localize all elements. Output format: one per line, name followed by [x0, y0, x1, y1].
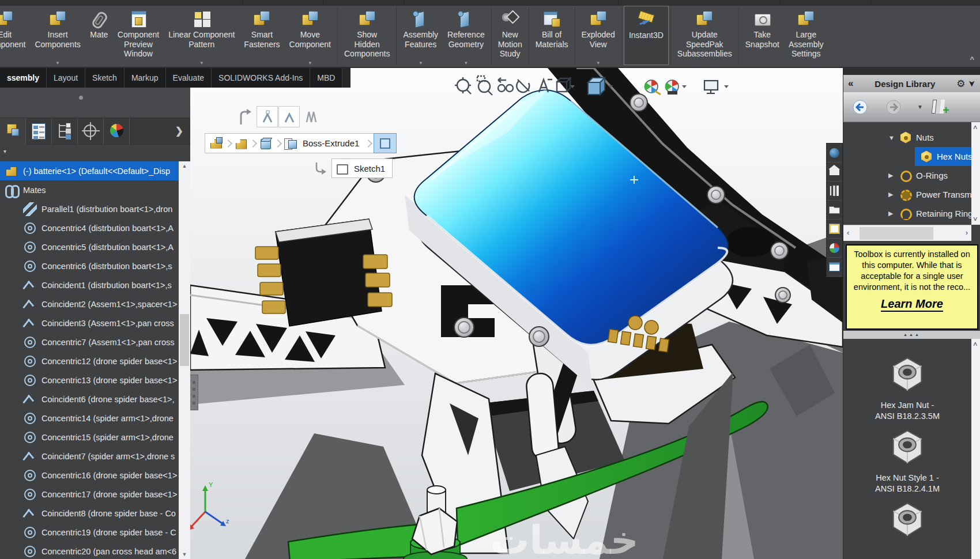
solidworks-resources-icon[interactable] — [827, 143, 842, 163]
ribbon-button[interactable]: Smart Fasteners — [239, 6, 284, 65]
scroll-down-icon[interactable]: ▼ — [179, 552, 190, 557]
ribbon-button[interactable] — [621, 7, 622, 65]
scroll-up-icon[interactable]: ▲ — [179, 163, 190, 169]
dimxpertmanager-tab-icon[interactable] — [78, 118, 104, 145]
scrollbar-thumb[interactable] — [180, 314, 189, 366]
ribbon-collapse-chevron-icon[interactable]: ^ — [970, 55, 974, 63]
command-tab[interactable]: Layout — [47, 68, 85, 88]
ribbon-button[interactable]: Edit Component — [0, 6, 30, 65]
back-button[interactable] — [853, 100, 868, 115]
learn-more-link[interactable]: Learn More — [881, 297, 943, 312]
mate-button-1[interactable] — [257, 106, 278, 127]
breadcrumb-assembly[interactable] — [209, 134, 224, 153]
breadcrumb-sketch-selected[interactable] — [374, 133, 397, 153]
scroll-right-icon[interactable]: › — [966, 228, 968, 237]
ribbon-button[interactable]: Bill of Materials — [531, 6, 573, 65]
view-palette-icon[interactable] — [827, 220, 842, 239]
file-explorer-icon[interactable] — [827, 201, 842, 220]
ribbon-button[interactable]: Show Hidden Components — [340, 6, 394, 65]
scroll-down-icon[interactable]: ˅ — [973, 215, 978, 224]
feature-tree-row[interactable]: Coincident8 (drone spider base - Co — [0, 504, 179, 523]
ribbon-button[interactable]: Linear Component Pattern ▾ — [164, 6, 239, 65]
feature-tree-row[interactable]: Mates — [0, 180, 179, 199]
ribbon-button[interactable]: New Motion Study — [493, 6, 527, 65]
library-tree-scrollbar[interactable]: ˄ ˅ — [971, 122, 980, 225]
ribbon-button[interactable]: Move Component ▾ — [285, 6, 336, 65]
configurationmanager-tab-icon[interactable] — [52, 118, 78, 145]
feature-tree-row[interactable]: Parallel1 (distrbution boart<1>,dron — [0, 199, 179, 218]
library-tree-row[interactable]: ▶ Retaining Ring — [843, 204, 971, 223]
tree-caret-icon[interactable]: ▼ — [888, 134, 898, 141]
panel-splitter-tab[interactable] — [190, 375, 198, 410]
library-item[interactable]: Hex Jam Nut - ANSI B18.2.3.5M — [843, 356, 971, 422]
ribbon-button[interactable]: Instant3D — [624, 6, 669, 65]
ribbon-button[interactable] — [529, 7, 529, 65]
ribbon-button[interactable] — [491, 7, 492, 65]
library-item[interactable] — [843, 501, 971, 545]
graphics-viewport[interactable]: Y z — [190, 68, 843, 559]
command-tab[interactable]: MBD — [310, 68, 342, 88]
ribbon-button[interactable]: Update SpeedPak Subassemblies — [673, 6, 737, 65]
breadcrumb-body[interactable] — [258, 134, 273, 153]
feature-tree-row[interactable]: Concentric7 (Assem1<1>,pan cross — [0, 333, 179, 352]
displaymanager-tab-icon[interactable] — [104, 118, 130, 145]
feature-tree-row[interactable]: Concentric12 (drone spider base<1> — [0, 352, 179, 371]
command-tab[interactable]: Sketch — [85, 68, 125, 88]
heads-up-view-toolbar[interactable] — [444, 71, 755, 101]
feature-tree-row[interactable]: Coincident7 (spider arm<1>,drone s — [0, 447, 179, 466]
design-library-icon[interactable] — [827, 182, 842, 201]
ribbon-button[interactable]: Large Assembly Settings — [784, 6, 828, 65]
command-tab[interactable]: Evaluate — [166, 68, 212, 88]
expand-panel-arrow-icon[interactable]: ❯ — [175, 125, 183, 137]
ribbon-button[interactable]: Assembly Features ▾ — [398, 6, 443, 65]
home-icon[interactable] — [827, 163, 842, 182]
feature-tree-row[interactable]: Concentric17 (drone spider base<1> — [0, 485, 179, 504]
sketch-breadcrumb[interactable]: Sketch1 — [331, 158, 393, 178]
splitter-dot[interactable] — [79, 96, 83, 100]
ribbon-button[interactable] — [738, 7, 739, 65]
library-splitter[interactable]: ▲▲▲ — [843, 331, 980, 339]
feature-tree-row[interactable]: Concentric19 (drone spider base - C — [0, 523, 179, 542]
ribbon-button[interactable] — [337, 7, 338, 65]
library-tree-row[interactable]: ▶ Power Transm — [843, 185, 971, 204]
add-library-button[interactable] — [931, 99, 948, 115]
ribbon-button[interactable]: Exploded View ▾ — [577, 6, 620, 65]
history-caret-icon[interactable]: ▼ — [917, 104, 923, 110]
breadcrumb-part[interactable] — [233, 134, 248, 153]
feature-tree-row[interactable]: Concentric20 (pan cross head am<6 — [0, 542, 179, 559]
feature-tree-row[interactable]: (-) batterie<1> (Default<<Default>_Disp — [0, 161, 179, 180]
filter-caret-icon[interactable]: ▾ — [3, 148, 6, 154]
pin-icon[interactable]: ➤ — [967, 80, 978, 88]
breadcrumb-feature[interactable]: Boss-Extrude1 — [298, 134, 364, 153]
feature-tree-row[interactable]: Concentric6 (distrbution boart<1>,s — [0, 256, 179, 275]
feature-tree-row[interactable]: Concentric13 (drone spider base<1> — [0, 371, 179, 390]
feature-tree-scrollbar[interactable]: ▲ ▼ — [179, 161, 190, 559]
library-item[interactable]: Hex Nut Style 1 - ANSI B18.2.4.1M — [843, 429, 971, 494]
ribbon-button[interactable] — [575, 7, 575, 65]
appearances-scenes-icon[interactable] — [827, 239, 842, 258]
library-items-scrollbar[interactable]: ˄ — [971, 339, 980, 559]
pattern-button[interactable] — [300, 106, 322, 127]
ribbon-button[interactable]: Reference Geometry ▾ — [443, 6, 489, 65]
mate-button-2[interactable] — [278, 106, 300, 127]
ribbon-button[interactable]: Insert Components ▾ — [30, 6, 85, 65]
h-scrollbar-thumb[interactable] — [860, 227, 933, 240]
feature-tree-row[interactable]: Concentric14 (spider arm<1>,drone — [0, 409, 179, 428]
featuremanager-tab-icon[interactable] — [0, 118, 26, 145]
custom-properties-icon[interactable] — [827, 258, 842, 277]
ribbon-button[interactable]: Component Preview Window — [113, 6, 164, 65]
scroll-up-icon[interactable]: ˄ — [973, 340, 978, 349]
command-tab[interactable]: Markup — [125, 68, 166, 88]
forward-button[interactable] — [886, 100, 901, 115]
ribbon-button[interactable]: Take Snapshot — [741, 6, 784, 65]
tree-caret-icon[interactable]: ▶ — [888, 191, 898, 198]
feature-tree-row[interactable]: Concentric15 (spider arm<1>,drone — [0, 428, 179, 447]
library-tree-row[interactable]: Hex Nuts — [843, 147, 971, 166]
feature-tree-row[interactable]: Coincident6 (drone spider base<1>, — [0, 390, 179, 409]
propertymanager-tab-icon[interactable] — [26, 118, 52, 145]
gear-icon[interactable]: ⚙ — [956, 78, 965, 90]
tree-caret-icon[interactable]: ▶ — [888, 172, 898, 179]
collapse-panel-icon[interactable]: « — [848, 78, 853, 89]
library-tree-row[interactable]: ▼ Nuts — [843, 128, 971, 147]
command-tab[interactable]: SOLIDWORKS Add-Ins — [212, 68, 310, 88]
